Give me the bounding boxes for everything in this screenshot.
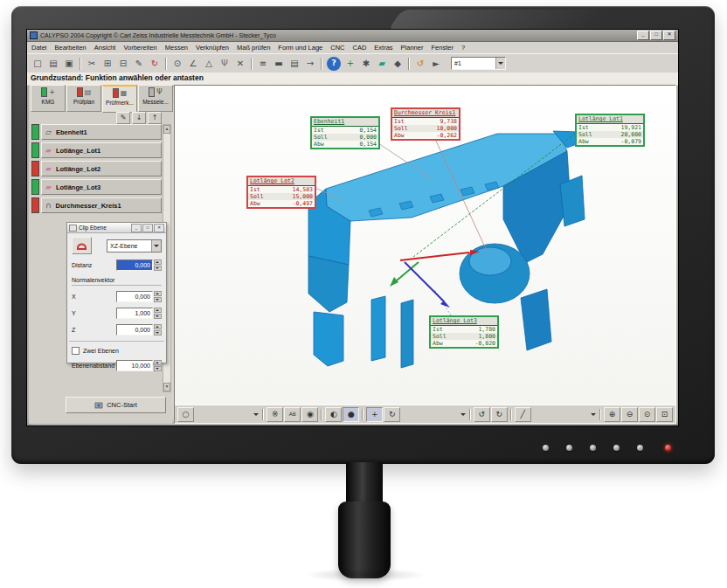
cad-window-icon[interactable]: ▰ (374, 56, 390, 72)
monitor-button[interactable] (590, 445, 596, 451)
monitor-button[interactable] (637, 445, 643, 451)
delete-icon[interactable]: ✕ (232, 56, 248, 72)
callout-lotlaenge-lot3[interactable]: Lotlänge_Lot3 Ist1,780 Soll1,800 Abw-0,0… (429, 315, 499, 349)
rotate-right-button[interactable]: ↻ (491, 407, 508, 422)
title-bar[interactable]: CALYPSO 2004 Copyright © Carl Zeiss Indu… (27, 30, 678, 42)
solid-view-button[interactable]: ● (343, 407, 359, 422)
edit-button[interactable]: ✎ (116, 112, 130, 124)
list-item[interactable]: ∩Durchmesser_Kreis1 (31, 197, 162, 213)
probe-tool-icon[interactable]: ◆ (390, 56, 405, 72)
dialog-title-bar[interactable]: Clip Ebene _ □ ✕ (67, 223, 166, 233)
open-icon[interactable]: ▤ (45, 56, 61, 72)
chevron-down-icon[interactable] (460, 409, 467, 420)
scroll-down-icon[interactable]: ▼ (163, 383, 170, 391)
tab-pruefplan[interactable]: ▤ Prüfplan (66, 85, 101, 112)
callout-ebenheit1[interactable]: Ebenheit1 Ist0,154 Soll0,000 Abw0,154 (310, 116, 380, 149)
labels-toggle-button[interactable]: ※ (267, 407, 283, 422)
chevron-down-icon[interactable] (590, 409, 597, 420)
cut-icon[interactable]: ✂ (84, 56, 100, 72)
text-labels-button[interactable]: AB (284, 407, 301, 422)
menu-verknuepfen[interactable]: Verknüpfen (196, 44, 229, 52)
globe-view-button[interactable]: ◉ (301, 407, 318, 422)
ebenenabstand-stepper[interactable] (154, 360, 162, 371)
ebenenabstand-field[interactable]: 10,000 (116, 360, 153, 371)
minimize-button[interactable]: _ (637, 31, 649, 40)
close-button[interactable]: ✕ (663, 31, 675, 40)
list-item[interactable]: ▱Ebenheit1 (31, 124, 162, 140)
scroll-up-icon[interactable]: ▲ (163, 125, 170, 134)
callout-durchmesser-kreis1[interactable]: Durchmesser_Kreis1 Ist9,738 Soll10,000 A… (391, 107, 460, 141)
menu-planner[interactable]: Planner (401, 44, 424, 52)
clip-plane-toggle-button[interactable] (72, 237, 92, 254)
help-icon[interactable]: ? (327, 57, 341, 71)
print-icon[interactable]: ≡ (255, 56, 271, 72)
tab-messelemente[interactable]: Ψ Messele... (138, 85, 173, 112)
zoom-in-button[interactable]: ⊕ (604, 407, 620, 422)
tab-kmg[interactable]: + KMG (31, 85, 66, 112)
monitor-button[interactable] (543, 445, 549, 451)
list-item[interactable]: ▰Lotlänge_Lot2 (31, 161, 162, 176)
run-icon[interactable]: ► (428, 56, 444, 72)
send-icon[interactable]: → (302, 56, 318, 72)
zoom-out-button[interactable]: ⊖ (621, 407, 638, 422)
maximize-button[interactable]: □ (650, 31, 662, 40)
menu-cad[interactable]: CAD (352, 44, 366, 52)
cad-viewport[interactable]: Ebenheit1 Ist0,154 Soll0,000 Abw0,154 Du… (174, 85, 676, 424)
menu-mass-pruefen[interactable]: Maß prüfen (237, 44, 270, 52)
copy-icon[interactable]: ⊞ (100, 56, 115, 72)
cad-canvas[interactable]: Ebenheit1 Ist0,154 Soll0,000 Abw0,154 Du… (175, 86, 675, 405)
zwei-ebenen-checkbox[interactable] (72, 347, 80, 355)
base-system-combobox[interactable]: #1 (451, 57, 506, 70)
distanz-field[interactable]: 0,000 (116, 259, 153, 271)
callout-lotlaenge-lot1[interactable]: Lotlänge_Lot1 Ist19,921 Soll20,000 Abw-0… (575, 114, 645, 147)
monitor-button[interactable] (566, 445, 572, 451)
x-field[interactable]: 0,000 (116, 291, 153, 302)
menu-bearbeiten[interactable]: Bearbeiten (55, 44, 87, 52)
shaded-view-button[interactable]: ◐ (325, 407, 342, 422)
rotate-view-button[interactable]: ↻ (384, 407, 400, 422)
stylus-icon[interactable]: Ψ (217, 56, 232, 72)
pan-button[interactable]: + (366, 407, 383, 422)
y-stepper[interactable] (154, 308, 162, 319)
new-icon[interactable]: □ (30, 56, 45, 72)
menu-fenster[interactable]: Fenster (431, 44, 453, 52)
menu-hilfe[interactable]: ? (461, 44, 465, 52)
menu-messen[interactable]: Messen (165, 44, 188, 52)
paste-icon[interactable]: ⊟ (115, 56, 131, 72)
move-down-button[interactable]: ↓ (132, 112, 146, 124)
probe-display-button[interactable]: ╱ (515, 407, 531, 422)
x-stepper[interactable] (154, 291, 162, 302)
dialog-close-button[interactable]: ✕ (154, 224, 164, 232)
menu-extras[interactable]: Extras (374, 44, 392, 52)
monitor-button[interactable] (613, 445, 620, 451)
refresh-icon[interactable]: ↻ (147, 56, 163, 72)
z-stepper[interactable] (154, 324, 162, 336)
distanz-stepper[interactable] (154, 259, 162, 271)
clip-plane-dialog[interactable]: Clip Ebene _ □ ✕ XZ-Ebene (66, 222, 167, 363)
add-feature-icon[interactable]: + (343, 56, 358, 72)
search-icon[interactable]: ⊙ (170, 56, 185, 72)
z-field[interactable]: 0,000 (116, 324, 153, 336)
list-item[interactable]: ▰Lotlänge_Lot1 (31, 142, 162, 158)
chevron-down-icon[interactable] (253, 409, 260, 420)
probe-angle-icon[interactable]: ∠ (185, 56, 201, 72)
y-field[interactable]: 1,000 (116, 308, 153, 319)
probe-change-icon[interactable]: △ (201, 56, 217, 72)
menu-cnc[interactable]: CNC (330, 44, 344, 52)
menu-vorbereiten[interactable]: Vorbereiten (123, 44, 156, 52)
rotate-left-button[interactable]: ↺ (474, 407, 490, 422)
move-up-button[interactable]: ↑ (148, 112, 162, 124)
dialog-maximize-button[interactable]: □ (142, 224, 153, 232)
tab-pruefmerkmale[interactable]: ▦ Prüfmerk... (102, 85, 137, 113)
menu-datei[interactable]: Datei (31, 44, 47, 52)
zoom-fit-button[interactable]: ⊡ (656, 407, 673, 422)
list-icon[interactable]: ▤ (287, 56, 302, 72)
menu-ansicht[interactable]: Ansicht (94, 44, 116, 52)
save-icon[interactable]: ▣ (61, 56, 77, 72)
edit-icon[interactable]: ✎ (131, 56, 147, 72)
shape-select-button[interactable]: ○ (177, 407, 194, 422)
callout-lotlaenge-lot2[interactable]: Lotlänge_Lot2 Ist14,503 Soll15,000 Abw-0… (246, 176, 316, 209)
features-icon[interactable]: ✱ (358, 56, 374, 72)
list-item[interactable]: ▰Lotlänge_Lot3 (31, 179, 162, 195)
plane-select[interactable]: XZ-Ebene (107, 239, 162, 252)
